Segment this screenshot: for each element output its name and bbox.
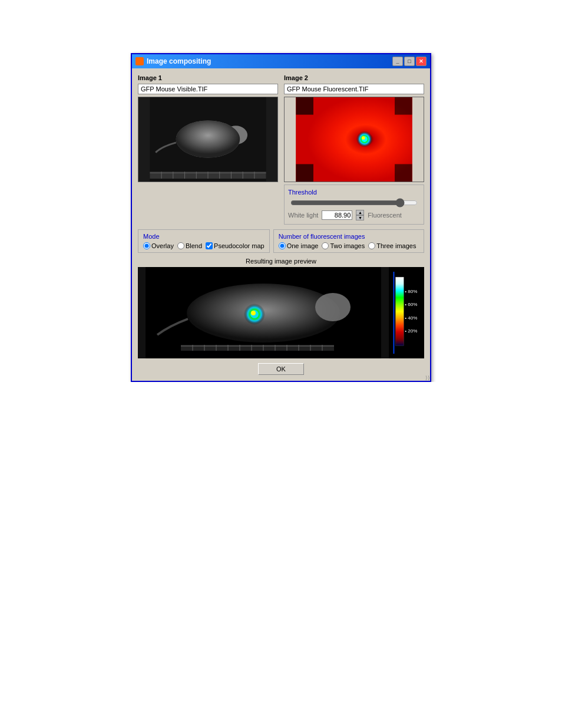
window-title: Image compositing bbox=[147, 57, 211, 65]
svg-point-14 bbox=[176, 120, 240, 157]
ok-button[interactable]: OK bbox=[258, 363, 304, 375]
svg-rect-19 bbox=[296, 164, 313, 182]
fluorescent-count-section: Number of fluorescent images One image T… bbox=[273, 229, 424, 253]
colorbar-svg: • 80% • 60% • 40% • 20% bbox=[392, 272, 421, 354]
threshold-section: Threshold White light ▲ ▼ Fluorescent bbox=[284, 185, 424, 225]
one-image-label: One image bbox=[287, 242, 319, 249]
svg-rect-45 bbox=[395, 277, 404, 346]
fluorescent-svg bbox=[285, 97, 424, 182]
bottom-options-row: Mode Overlay Blend Pseudocolor map bbox=[138, 229, 424, 253]
svg-rect-17 bbox=[296, 97, 313, 115]
threshold-slider[interactable] bbox=[290, 198, 418, 207]
one-image-radio[interactable] bbox=[279, 242, 286, 249]
svg-rect-18 bbox=[395, 97, 412, 115]
preview-section: Resulting image preview bbox=[138, 258, 424, 358]
two-images-option[interactable]: Two images bbox=[322, 242, 365, 249]
fluorescent-count-title: Number of fluorescent images bbox=[279, 233, 419, 240]
image2-panel: Image 2 GFP Mouse Visible.TIF GFP Mouse … bbox=[284, 74, 424, 225]
mode-section: Mode Overlay Blend Pseudocolor map bbox=[138, 229, 270, 253]
svg-text:• 40%: • 40% bbox=[405, 315, 417, 321]
image1-panel: Image 1 GFP Mouse Visible.TIF GFP Mouse … bbox=[138, 74, 278, 225]
maximize-button[interactable]: □ bbox=[404, 57, 415, 66]
blend-option[interactable]: Blend bbox=[177, 242, 202, 249]
preview-label: Resulting image preview bbox=[138, 258, 424, 265]
threshold-slider-row bbox=[288, 198, 420, 207]
image1-dropdown-container: GFP Mouse Visible.TIF GFP Mouse Fluoresc… bbox=[138, 84, 278, 94]
overlay-label: Overlay bbox=[151, 242, 174, 249]
image1-preview bbox=[138, 97, 278, 182]
two-images-radio[interactable] bbox=[322, 242, 329, 249]
svg-rect-20 bbox=[395, 164, 412, 182]
titlebar-left: Image compositing bbox=[135, 57, 211, 65]
svg-text:• 20%: • 20% bbox=[405, 328, 417, 334]
close-button[interactable]: ✕ bbox=[416, 57, 427, 66]
white-light-label: White light bbox=[288, 212, 318, 219]
svg-text:• 60%: • 60% bbox=[405, 302, 417, 307]
pseudocolor-option[interactable]: Pseudocolor map bbox=[206, 242, 265, 249]
mouse-grayscale-image bbox=[138, 97, 277, 182]
spin-up-button[interactable]: ▲ bbox=[356, 210, 364, 215]
image2-dropdown-container: GFP Mouse Visible.TIF GFP Mouse Fluoresc… bbox=[284, 84, 424, 94]
image1-dropdown[interactable]: GFP Mouse Visible.TIF GFP Mouse Fluoresc… bbox=[138, 84, 278, 94]
two-images-label: Two images bbox=[330, 242, 365, 249]
three-images-label: Three images bbox=[376, 242, 416, 249]
pseudocolor-label: Pseudocolor map bbox=[214, 242, 265, 249]
pseudocolor-checkbox[interactable] bbox=[206, 242, 213, 249]
three-images-option[interactable]: Three images bbox=[368, 242, 416, 249]
fluorescent-label: Fluorescent bbox=[368, 212, 401, 219]
mode-section-title: Mode bbox=[143, 233, 265, 240]
preview-image: • 80% • 60% • 40% • 20% bbox=[138, 267, 424, 358]
app-icon bbox=[135, 57, 144, 65]
preview-mouse-area bbox=[138, 267, 389, 358]
dialog-content: Image 1 GFP Mouse Visible.TIF GFP Mouse … bbox=[132, 68, 430, 381]
colorbar-section: • 80% • 60% • 40% • 20% bbox=[389, 267, 424, 358]
image2-label: Image 2 bbox=[284, 74, 424, 81]
overlay-option[interactable]: Overlay bbox=[143, 242, 174, 249]
spin-down-button[interactable]: ▼ bbox=[356, 215, 364, 220]
top-image-row: Image 1 GFP Mouse Visible.TIF GFP Mouse … bbox=[138, 74, 424, 225]
svg-point-23 bbox=[362, 136, 365, 140]
image1-label: Image 1 bbox=[138, 74, 278, 81]
image-compositing-dialog: Image compositing _ □ ✕ Image 1 GFP Mous… bbox=[131, 53, 431, 382]
blend-radio[interactable] bbox=[177, 242, 184, 249]
svg-text:• 80%: • 80% bbox=[405, 289, 417, 294]
preview-svg bbox=[138, 267, 389, 358]
svg-point-29 bbox=[251, 311, 256, 315]
fluorescent-count-radio-group: One image Two images Three images bbox=[279, 242, 419, 249]
threshold-value-input[interactable] bbox=[322, 210, 352, 220]
resize-handle[interactable]: ⟩⟩ bbox=[425, 375, 430, 381]
image2-preview bbox=[284, 97, 424, 182]
titlebar: Image compositing _ □ ✕ bbox=[132, 54, 430, 68]
mode-radio-group: Overlay Blend Pseudocolor map bbox=[143, 242, 265, 249]
svg-point-26 bbox=[315, 293, 351, 321]
minimize-button[interactable]: _ bbox=[392, 57, 403, 66]
blend-label: Blend bbox=[186, 242, 202, 249]
three-images-radio[interactable] bbox=[368, 242, 375, 249]
ok-row: OK bbox=[138, 363, 424, 375]
mouse-grayscale-svg bbox=[138, 97, 277, 182]
titlebar-buttons: _ □ ✕ bbox=[392, 57, 427, 66]
svg-rect-44 bbox=[394, 272, 395, 354]
image2-dropdown[interactable]: GFP Mouse Visible.TIF GFP Mouse Fluoresc… bbox=[284, 84, 424, 94]
overlay-radio[interactable] bbox=[143, 242, 150, 249]
threshold-label: Threshold bbox=[288, 189, 420, 196]
spinner-buttons: ▲ ▼ bbox=[356, 210, 364, 220]
threshold-inputs: White light ▲ ▼ Fluorescent bbox=[288, 210, 420, 220]
one-image-option[interactable]: One image bbox=[279, 242, 319, 249]
